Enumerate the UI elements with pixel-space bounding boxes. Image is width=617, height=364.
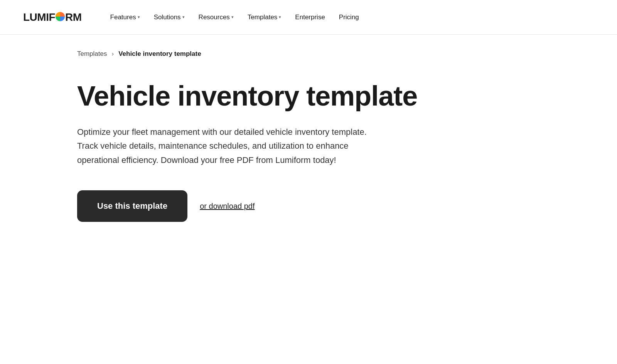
nav-item-solutions[interactable]: Solutions ▾: [148, 10, 190, 24]
logo-icon: [56, 12, 65, 21]
nav-item-pricing[interactable]: Pricing: [334, 10, 364, 24]
page-description: Optimize your fleet management with our …: [77, 125, 378, 167]
chevron-down-icon: ▾: [182, 15, 185, 20]
nav-items: Features ▾ Solutions ▾ Resources ▾ Templ…: [105, 10, 594, 24]
breadcrumb-parent-link[interactable]: Templates: [77, 50, 107, 58]
chevron-down-icon: ▾: [279, 15, 281, 20]
nav-pricing-label: Pricing: [339, 13, 359, 21]
button-row: Use this template or download pdf: [77, 190, 540, 222]
nav-item-templates[interactable]: Templates ▾: [242, 10, 287, 24]
page-title: Vehicle inventory template: [77, 81, 424, 111]
navbar: LUMIF RM Features ▾ Solutions ▾ Resource…: [0, 0, 617, 35]
nav-solutions-label: Solutions: [154, 13, 181, 21]
breadcrumb: Templates › Vehicle inventory template: [0, 35, 617, 65]
nav-item-enterprise[interactable]: Enterprise: [290, 10, 330, 24]
use-template-button[interactable]: Use this template: [77, 190, 187, 222]
breadcrumb-current: Vehicle inventory template: [118, 50, 201, 58]
breadcrumb-separator: ›: [111, 50, 114, 58]
nav-item-resources[interactable]: Resources ▾: [193, 10, 239, 24]
chevron-down-icon: ▾: [231, 15, 234, 20]
nav-item-features[interactable]: Features ▾: [105, 10, 145, 24]
chevron-down-icon: ▾: [138, 15, 140, 20]
logo[interactable]: LUMIF RM: [23, 11, 82, 23]
nav-features-label: Features: [110, 13, 136, 21]
download-pdf-button[interactable]: or download pdf: [200, 202, 255, 211]
logo-text-after: RM: [65, 11, 82, 23]
nav-enterprise-label: Enterprise: [295, 13, 325, 21]
logo-text-before: LUMIF: [23, 11, 55, 23]
nav-resources-label: Resources: [199, 13, 230, 21]
nav-templates-label: Templates: [248, 13, 277, 21]
main-content: Vehicle inventory template Optimize your…: [0, 65, 617, 253]
